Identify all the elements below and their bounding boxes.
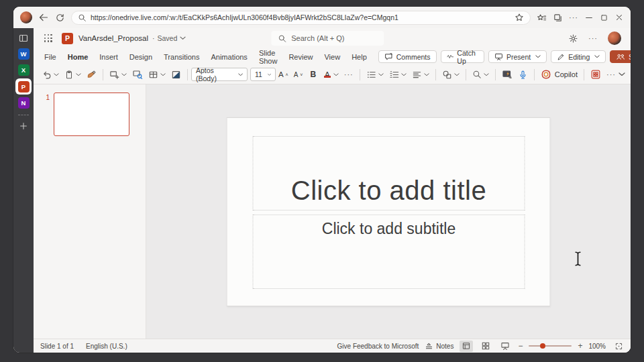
table-button[interactable]	[146, 66, 168, 82]
subtitle-placeholder[interactable]: Click to add subtitle	[253, 215, 525, 289]
chevron-down-icon[interactable]	[121, 73, 127, 76]
browser-more-icon[interactable]: ···	[569, 13, 578, 21]
titlebar-more-icon[interactable]: ···	[588, 34, 598, 42]
add-favorite-icon[interactable]	[515, 13, 524, 22]
powerpoint-logo[interactable]: P	[62, 33, 73, 44]
normal-view-button[interactable]	[460, 341, 473, 352]
more-font-options-button[interactable]: ···	[341, 66, 356, 82]
chevron-down-icon[interactable]	[594, 55, 600, 58]
chevron-down-icon[interactable]	[454, 73, 460, 76]
format-painter-button[interactable]	[84, 66, 99, 82]
chevron-down-icon[interactable]	[378, 73, 384, 76]
zoom-out-button[interactable]: −	[518, 341, 523, 351]
zoom-level[interactable]: 100%	[588, 343, 606, 350]
browser-refresh-button[interactable]	[55, 13, 65, 23]
word-icon[interactable]: W	[18, 48, 30, 60]
maximize-button[interactable]	[600, 13, 608, 22]
account-avatar[interactable]	[608, 32, 621, 45]
app-launcher-icon[interactable]	[44, 34, 52, 42]
dictate-button[interactable]	[515, 66, 531, 82]
chevron-down-icon[interactable]	[424, 73, 429, 76]
font-color-button[interactable]: A	[321, 66, 341, 82]
chevron-down-icon[interactable]	[160, 73, 166, 76]
editing-mode-button[interactable]: Editing	[551, 50, 606, 63]
excel-icon[interactable]: X	[18, 64, 30, 76]
browser-window: https://onedrive.live.com/:w:/t/EaCKkPs6…	[13, 7, 631, 353]
search-input[interactable]: Search (Alt + Q)	[271, 31, 384, 46]
decrease-font-size-button[interactable]: A˅	[291, 66, 306, 82]
title-placeholder[interactable]: Click to add title	[253, 136, 525, 210]
browser-back-button[interactable]	[38, 12, 49, 23]
url-text[interactable]: https://onedrive.live.com/:w:/t/EaCKkPs6…	[91, 13, 511, 21]
paste-button[interactable]	[62, 66, 84, 82]
font-size-select[interactable]: 11	[250, 68, 276, 81]
slide-editor-area[interactable]: Click to add title Click to add subtitle	[146, 84, 631, 339]
chevron-down-icon[interactable]	[54, 73, 59, 76]
increase-font-size-button[interactable]: A˄	[276, 66, 291, 82]
tab-help[interactable]: Help	[352, 53, 367, 61]
tab-transitions[interactable]: Transitions	[164, 53, 199, 61]
chevron-down-icon[interactable]	[268, 73, 271, 76]
tab-slide-show[interactable]: Slide Show	[259, 49, 278, 65]
minimize-button[interactable]	[584, 13, 594, 22]
fit-slide-button[interactable]	[612, 341, 625, 352]
zoom-slider[interactable]	[529, 345, 572, 347]
undo-button[interactable]	[39, 66, 62, 82]
chevron-down-icon[interactable]	[484, 73, 489, 76]
close-button[interactable]	[614, 13, 624, 22]
tab-insert[interactable]: Insert	[99, 53, 118, 61]
tab-file[interactable]: File	[44, 53, 56, 61]
collections-icon[interactable]	[553, 13, 563, 23]
bullets-button[interactable]	[364, 66, 386, 82]
chevron-down-icon[interactable]	[401, 73, 407, 76]
bold-button[interactable]: B	[305, 66, 321, 82]
chevron-down-icon[interactable]	[238, 73, 243, 76]
font-name-select[interactable]: Aptos (Body)	[191, 68, 248, 81]
more-commands-button[interactable]: ···	[604, 66, 619, 82]
feedback-link[interactable]: Give Feedback to Microsoft	[337, 343, 419, 350]
design-ideas-button[interactable]	[499, 66, 515, 82]
settings-gear-icon[interactable]	[568, 34, 578, 44]
chevron-down-icon[interactable]	[333, 73, 339, 76]
slideshow-view-button[interactable]	[498, 341, 512, 352]
chevron-down-icon[interactable]	[76, 73, 81, 76]
designer-button[interactable]	[588, 66, 604, 82]
favorites-icon[interactable]	[537, 13, 547, 23]
onenote-icon[interactable]: N	[18, 97, 30, 109]
slide-counter[interactable]: Slide 1 of 1	[40, 343, 74, 350]
tab-home[interactable]: Home	[68, 53, 89, 61]
present-button[interactable]: Present	[488, 50, 547, 63]
comments-button[interactable]: Comments	[378, 50, 437, 63]
add-app-icon[interactable]	[19, 121, 28, 131]
zoom-in-button[interactable]: +	[578, 341, 582, 351]
zoom-slider-knob[interactable]	[540, 343, 545, 349]
share-button[interactable]: Share	[610, 50, 631, 63]
chevron-down-icon[interactable]	[535, 55, 541, 58]
save-status-chevron-icon[interactable]	[180, 36, 186, 40]
powerpoint-icon[interactable]: P	[18, 81, 30, 93]
tab-view[interactable]: View	[324, 53, 340, 61]
language-status[interactable]: English (U.S.)	[86, 343, 127, 350]
notes-button[interactable]: Notes	[425, 342, 453, 351]
save-status[interactable]: Saved	[158, 34, 178, 42]
sidebar-pane-icon[interactable]	[18, 33, 29, 44]
reuse-slides-button[interactable]	[129, 66, 146, 82]
slide-canvas[interactable]: Click to add title Click to add subtitle	[227, 117, 551, 306]
address-bar[interactable]: https://onedrive.live.com/:w:/t/EaCKkPs6…	[71, 11, 531, 25]
collapse-ribbon-icon[interactable]	[619, 72, 625, 76]
align-button[interactable]	[409, 66, 432, 82]
copilot-button[interactable]: Copilot	[538, 66, 580, 82]
numbering-button[interactable]	[386, 66, 409, 82]
slide-thumbnail-1[interactable]	[54, 93, 129, 136]
browser-profile-avatar[interactable]	[20, 11, 32, 23]
document-title[interactable]: VanArsdel_Proposal	[78, 34, 148, 42]
new-slide-button[interactable]	[107, 66, 129, 82]
layout-button[interactable]	[168, 66, 184, 82]
shapes-button[interactable]	[439, 66, 462, 82]
tab-review[interactable]: Review	[288, 53, 313, 61]
tab-animations[interactable]: Animations	[211, 53, 247, 61]
catch-up-button[interactable]: Catch Up	[441, 50, 484, 63]
find-button[interactable]	[470, 66, 492, 82]
tab-design[interactable]: Design	[129, 53, 152, 61]
slide-sorter-view-button[interactable]	[479, 341, 492, 352]
